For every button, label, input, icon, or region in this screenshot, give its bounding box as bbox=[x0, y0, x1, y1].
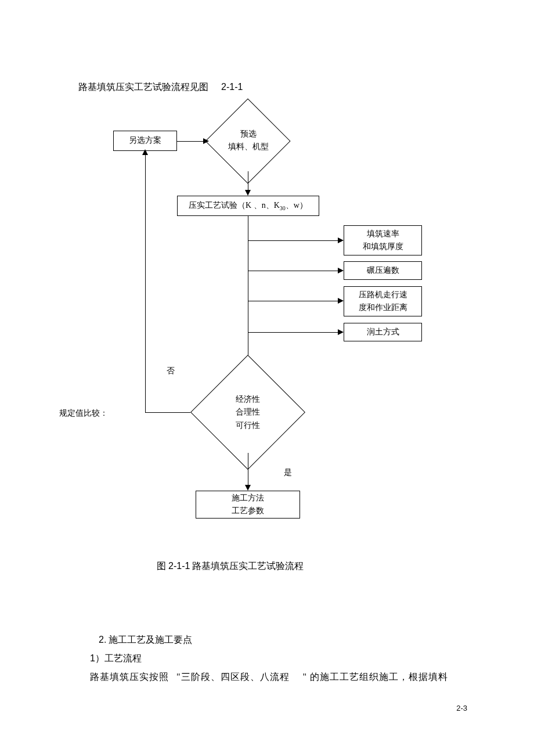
caption-text: 路基填筑压实工艺试验流程 bbox=[190, 561, 304, 571]
section-num: 2. bbox=[99, 635, 106, 645]
section-heading: 2. 施工工艺及施工要点 bbox=[99, 634, 192, 646]
subsection: 1）工艺流程 bbox=[90, 653, 142, 665]
node-out1-line1: 填筑速率 bbox=[367, 228, 399, 240]
subsection-num: 1 bbox=[90, 653, 95, 663]
page-number: 2-3 bbox=[456, 704, 467, 712]
node-result-line1: 施工方法 bbox=[232, 492, 264, 505]
connector bbox=[145, 151, 146, 412]
node-out4-text: 润土方式 bbox=[367, 326, 399, 339]
node-out2-text: 碾压遍数 bbox=[367, 264, 399, 277]
connector bbox=[248, 453, 248, 487]
connector bbox=[248, 332, 340, 333]
connector bbox=[248, 271, 340, 271]
header-text: 路基填筑压实工艺试验流程见图 bbox=[78, 82, 208, 92]
body-a: 路基填筑压实按照 bbox=[90, 672, 169, 682]
node-out1: 填筑速率 和填筑厚度 bbox=[344, 225, 422, 255]
figure-caption: 图 2-1-1 路基填筑压实工艺试验流程 bbox=[157, 560, 304, 573]
node-out3-line1: 压路机走行速 bbox=[359, 289, 407, 301]
node-out2: 碾压遍数 bbox=[344, 261, 422, 280]
body-paragraph: 路基填筑压实按照 "三阶段、四区段、八流程 " 的施工工艺组织施工，根据填料 bbox=[90, 671, 448, 683]
arrow-icon bbox=[203, 138, 209, 144]
arrow-icon bbox=[245, 485, 251, 491]
header-figure-ref: 2-1-1 bbox=[221, 82, 243, 92]
node-out1-line2: 和填筑厚度 bbox=[363, 240, 403, 253]
body-c: " bbox=[303, 672, 308, 682]
arrow-icon bbox=[338, 329, 344, 335]
connector bbox=[248, 216, 248, 371]
connector bbox=[248, 240, 340, 241]
label-yes: 是 bbox=[284, 467, 292, 478]
section-title-text: 施工工艺及施工要点 bbox=[106, 635, 192, 645]
arrow-icon bbox=[142, 149, 148, 155]
flowchart-diagram: 另选方案 预选 填料、机型 压实工艺试验（K 、n、K30、w） 填筑速率 和填… bbox=[75, 116, 459, 534]
node-alt-text: 另选方案 bbox=[129, 134, 161, 147]
node-out3: 压路机走行速 度和作业距离 bbox=[344, 286, 422, 316]
node-result: 施工方法 工艺参数 bbox=[196, 491, 300, 519]
label-no: 否 bbox=[167, 366, 175, 376]
label-compare: 规定值比较： bbox=[59, 408, 108, 419]
node-test: 压实工艺试验（K 、n、K30、w） bbox=[177, 196, 319, 216]
caption-prefix: 图 bbox=[157, 561, 168, 571]
body-b: "三阶段、四区段、八流程 bbox=[176, 672, 290, 682]
subsection-text: ）工艺流程 bbox=[95, 653, 142, 663]
arrow-icon bbox=[338, 237, 344, 243]
caption-num: 2-1-1 bbox=[168, 561, 190, 571]
node-test-text: 压实工艺试验（K 、n、K30、w） bbox=[189, 199, 308, 213]
node-alt: 另选方案 bbox=[113, 131, 177, 151]
connector bbox=[177, 141, 205, 142]
node-out3-line2: 度和作业距离 bbox=[359, 301, 407, 314]
connector bbox=[145, 412, 190, 413]
node-out4: 润土方式 bbox=[344, 323, 422, 341]
connector bbox=[248, 301, 340, 301]
arrow-icon bbox=[338, 298, 344, 304]
connector bbox=[248, 171, 248, 192]
node-result-line2: 工艺参数 bbox=[232, 505, 264, 517]
page-header: 路基填筑压实工艺试验流程见图 2-1-1 bbox=[78, 81, 243, 93]
body-d: 的施工工艺组织施工，根据填料 bbox=[310, 672, 448, 682]
arrow-icon bbox=[245, 190, 251, 196]
arrow-icon bbox=[338, 268, 344, 273]
